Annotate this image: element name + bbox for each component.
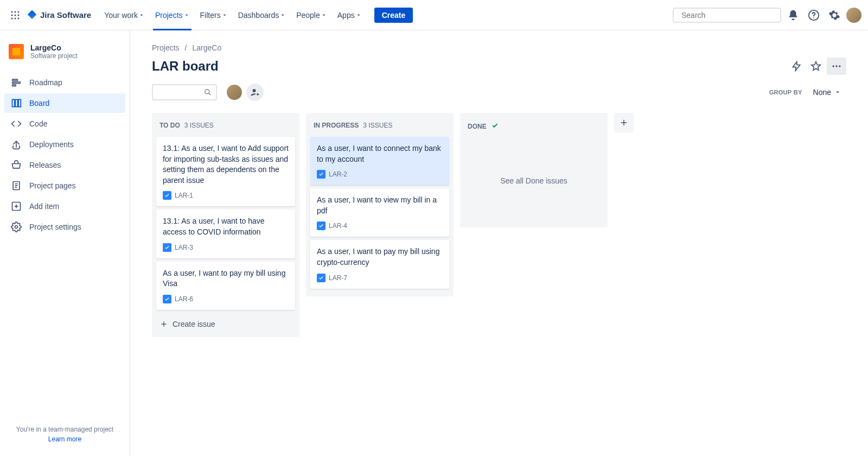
task-icon xyxy=(317,170,326,179)
sidebar-item-releases[interactable]: Releases xyxy=(4,155,125,175)
sidebar-item-label: Code xyxy=(29,119,47,128)
releases-icon xyxy=(11,160,22,170)
breadcrumb-projects[interactable]: Projects xyxy=(152,43,180,52)
more-icon[interactable] xyxy=(827,58,846,75)
task-icon xyxy=(317,221,326,230)
top-nav: Jira Software Your work Projects Filters… xyxy=(0,0,868,30)
done-check-icon xyxy=(491,122,499,131)
nav-right xyxy=(673,7,861,24)
logo-text: Jira Software xyxy=(40,10,91,20)
column-header[interactable]: IN PROGRESS 3 ISSUES xyxy=(310,117,449,137)
see-all-done-link[interactable]: See all Done issues xyxy=(464,138,603,223)
task-icon xyxy=(163,243,171,252)
main-content: Projects / LargeCo LAR board GROUP BY xyxy=(130,30,868,456)
jira-logo[interactable]: Jira Software xyxy=(26,9,91,21)
search-input[interactable] xyxy=(681,11,776,20)
sidebar-item-label: Roadmap xyxy=(29,78,62,87)
issue-key: LAR-1 xyxy=(175,192,193,199)
svg-point-4 xyxy=(15,14,16,16)
issue-card[interactable]: As a user, I want to connect my bank to … xyxy=(310,137,449,185)
assignee-avatar[interactable] xyxy=(226,84,243,101)
nav-your-work[interactable]: Your work xyxy=(100,8,149,23)
issue-key: LAR-2 xyxy=(329,170,347,178)
column-header[interactable]: TO DO 3 ISSUES xyxy=(156,117,295,137)
issue-key: LAR-7 xyxy=(329,274,347,282)
board: TO DO 3 ISSUES 13.1: As a user, I want t… xyxy=(152,113,846,337)
learn-more-link[interactable]: Learn more xyxy=(9,435,121,443)
breadcrumb: Projects / LargeCo xyxy=(152,43,846,52)
project-header[interactable]: LargeCo Software project xyxy=(4,39,125,64)
nav-projects[interactable]: Projects xyxy=(151,8,194,23)
sidebar-item-board[interactable]: Board xyxy=(4,93,125,113)
settings-icon[interactable] xyxy=(826,7,843,24)
svg-point-27 xyxy=(833,65,834,67)
pages-icon xyxy=(11,180,22,191)
notifications-icon[interactable] xyxy=(784,7,802,24)
sidebar-item-label: Project settings xyxy=(29,223,81,231)
project-name: LargeCo xyxy=(30,43,78,52)
page-title: LAR board xyxy=(152,59,219,74)
nav-items: Your work Projects Filters Dashboards Pe… xyxy=(100,8,413,23)
code-icon xyxy=(11,118,22,129)
project-icon xyxy=(9,44,24,59)
svg-rect-17 xyxy=(15,99,17,106)
nav-dashboards[interactable]: Dashboards xyxy=(234,8,290,23)
nav-filters[interactable]: Filters xyxy=(196,8,232,23)
help-icon[interactable] xyxy=(805,7,822,24)
issue-card[interactable]: 13.1: As a user, I want to Add support f… xyxy=(156,137,295,206)
sidebar-item-pages[interactable]: Project pages xyxy=(4,176,125,195)
svg-rect-16 xyxy=(12,99,15,106)
issue-card[interactable]: 13.1: As a user, I want to have access t… xyxy=(156,210,295,258)
sidebar-item-deployments[interactable]: Deployments xyxy=(4,135,125,154)
svg-point-1 xyxy=(15,11,16,12)
sidebar-item-label: Add item xyxy=(29,202,59,211)
breadcrumb-project[interactable]: LargeCo xyxy=(192,43,221,52)
create-button[interactable]: Create xyxy=(374,8,413,23)
board-icon xyxy=(11,98,22,109)
app-switcher-icon[interactable] xyxy=(7,7,24,24)
issue-card[interactable]: As a user, I want to view my bill in a p… xyxy=(310,188,449,237)
card-title: As a user, I want to pay my bill using c… xyxy=(317,246,443,268)
svg-point-2 xyxy=(18,11,20,12)
svg-point-32 xyxy=(253,89,256,92)
groupby-label: GROUP BY xyxy=(769,89,802,96)
board-search[interactable] xyxy=(152,84,217,100)
star-icon[interactable] xyxy=(807,58,825,75)
groupby-select[interactable]: None xyxy=(808,85,846,100)
column-in-progress: IN PROGRESS 3 ISSUES As a user, I want t… xyxy=(306,113,454,296)
add-column-button[interactable] xyxy=(614,113,634,132)
deployments-icon xyxy=(11,139,22,150)
issue-card[interactable]: As a user, I want to pay my bill using V… xyxy=(156,262,295,310)
svg-point-7 xyxy=(15,17,16,19)
svg-point-5 xyxy=(18,14,20,16)
sidebar-item-settings[interactable]: Project settings xyxy=(4,217,125,237)
sidebar-item-roadmap[interactable]: Roadmap xyxy=(4,73,125,92)
roadmap-icon xyxy=(11,77,22,88)
sidebar-item-code[interactable]: Code xyxy=(4,114,125,134)
automation-icon[interactable] xyxy=(788,58,805,75)
svg-point-6 xyxy=(11,17,13,19)
nav-apps[interactable]: Apps xyxy=(333,8,366,23)
board-search-input[interactable] xyxy=(157,88,204,97)
sidebar-item-label: Releases xyxy=(29,161,61,169)
column-header[interactable]: DONE xyxy=(464,117,603,138)
nav-people[interactable]: People xyxy=(292,8,331,23)
column-done: DONE See all Done issues xyxy=(460,113,608,227)
task-icon xyxy=(163,295,171,303)
plus-icon xyxy=(619,118,629,128)
issue-key: LAR-3 xyxy=(175,244,193,251)
create-issue-button[interactable]: Create issue xyxy=(156,315,295,333)
card-title: As a user, I want to pay my bill using V… xyxy=(163,268,289,289)
issue-card[interactable]: As a user, I want to pay my bill using c… xyxy=(310,240,449,288)
search-icon xyxy=(204,88,212,97)
svg-line-31 xyxy=(209,93,210,95)
issue-key: LAR-4 xyxy=(329,222,347,230)
global-search[interactable] xyxy=(673,8,781,23)
svg-rect-14 xyxy=(12,82,21,84)
plus-icon xyxy=(159,320,168,328)
add-people-button[interactable] xyxy=(246,84,264,101)
user-avatar[interactable] xyxy=(846,8,861,23)
svg-point-26 xyxy=(15,226,18,229)
settings-icon xyxy=(11,221,22,232)
sidebar-item-add[interactable]: Add item xyxy=(4,197,125,216)
